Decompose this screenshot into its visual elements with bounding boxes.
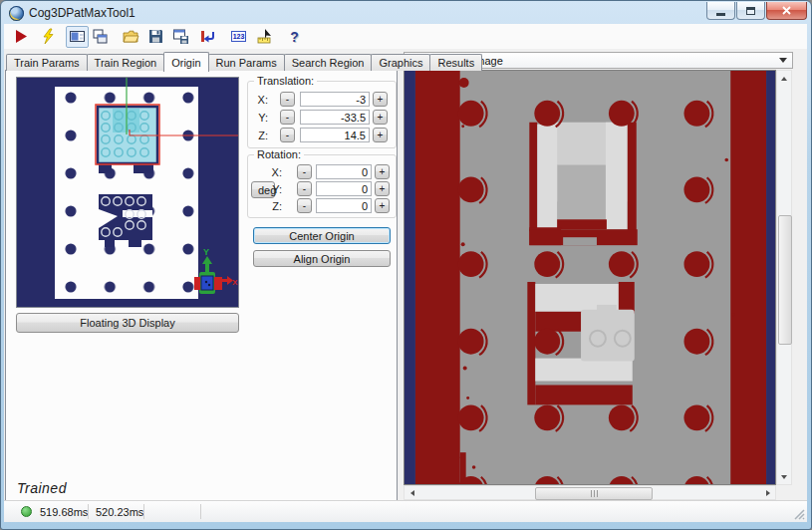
tab-search-region[interactable]: Search Region — [284, 54, 373, 71]
horizontal-scroll-thumb[interactable] — [535, 487, 653, 500]
rotation-y-row: Y: - + — [248, 181, 396, 197]
align-origin-button[interactable]: Align Origin — [253, 250, 391, 267]
rotation-x-label: X: — [268, 166, 282, 178]
vertical-scroll-thumb[interactable] — [778, 215, 792, 345]
scroll-down-button[interactable] — [777, 469, 791, 484]
translation-z-input[interactable] — [300, 128, 370, 142]
help-button[interactable]: ? — [283, 26, 306, 48]
rotation-x-plus-button[interactable]: + — [375, 164, 390, 179]
open-file-button[interactable] — [120, 26, 142, 48]
minimize-button[interactable] — [706, 2, 735, 20]
minimize-icon — [716, 13, 725, 16]
rotation-x-minus-button[interactable]: - — [297, 164, 312, 179]
save-button[interactable] — [144, 26, 167, 48]
title-bar[interactable]: Cog3DPatMaxTool1 — [5, 2, 807, 24]
tab-train-region[interactable]: Train Region — [87, 54, 165, 71]
floating-3d-display-button[interactable]: Floating 3D Display — [16, 313, 239, 333]
tab-train-params[interactable]: Train Params — [6, 54, 88, 71]
vertical-scrollbar[interactable] — [776, 70, 792, 485]
app-window: Cog3DPatMaxTool1 — [0, 0, 812, 530]
rotation-y-minus-button[interactable]: - — [297, 181, 312, 196]
3d-display[interactable]: Y X — [16, 77, 239, 308]
arrow-right-icon — [766, 490, 770, 496]
translation-x-input[interactable] — [300, 92, 370, 107]
rotation-z-input[interactable] — [316, 198, 372, 213]
tab-results[interactable]: Results — [429, 54, 482, 71]
translation-y-plus-button[interactable]: + — [373, 110, 388, 125]
reset-button[interactable] — [196, 26, 219, 48]
resize-grip[interactable] — [793, 508, 805, 520]
translation-y-minus-button[interactable]: - — [280, 110, 295, 125]
tool-display-button[interactable] — [66, 26, 89, 48]
origin-tab-page: Y X Floating 3D Display — [5, 70, 398, 502]
rotation-x-input[interactable] — [316, 164, 372, 179]
tab-graphics[interactable]: Graphics — [371, 54, 430, 71]
translation-z-label: Z: — [254, 130, 268, 141]
open-file-icon — [123, 28, 139, 45]
tab-origin[interactable]: Origin — [163, 52, 208, 72]
measure-button[interactable] — [254, 26, 277, 48]
close-button[interactable] — [766, 2, 807, 20]
image-display-panel: Current.InputImage — [404, 52, 793, 501]
run-time: 520.23ms — [96, 506, 143, 518]
translation-z-minus-button[interactable]: - — [280, 128, 295, 142]
help-icon: ? — [290, 29, 299, 45]
rotation-x-row: X: - + — [248, 164, 396, 180]
close-icon — [781, 5, 792, 16]
trained-region — [96, 105, 159, 173]
translation-x-plus-button[interactable]: + — [373, 92, 388, 107]
arrow-down-icon — [781, 475, 787, 479]
translation-label: Translation: — [254, 75, 317, 87]
statusbar-separator — [143, 504, 144, 519]
rotation-y-input[interactable] — [316, 181, 372, 196]
translation-y-input[interactable] — [300, 110, 370, 125]
main-content: Train Params Train Region Origin Run Par… — [4, 49, 807, 501]
statusbar-separator — [200, 504, 201, 519]
rotation-z-minus-button[interactable]: - — [297, 198, 312, 213]
horizontal-scrollbar[interactable] — [404, 485, 776, 500]
save-image-icon — [172, 28, 189, 45]
axis-x-label: X — [232, 278, 238, 287]
numbers-icon: 123 — [231, 31, 247, 42]
axis-y-label: Y — [203, 247, 209, 257]
rotation-z-plus-button[interactable]: + — [375, 198, 390, 213]
scroll-left-button[interactable] — [405, 486, 419, 499]
electric-run-button[interactable] — [37, 26, 60, 48]
scroll-up-button[interactable] — [777, 71, 791, 86]
copy-tool-icon — [92, 28, 109, 45]
translation-z-row: Z: - + — [248, 128, 396, 143]
statusbar-separator — [88, 504, 89, 519]
reset-icon — [199, 28, 216, 45]
rotation-label: Rotation: — [254, 148, 304, 160]
rotation-y-plus-button[interactable]: + — [375, 181, 390, 196]
window-controls — [705, 2, 807, 20]
trained-status-text: Trained — [17, 480, 67, 496]
translation-group: Translation: X: - + Y: - + Z: - — [247, 81, 397, 148]
app-icon — [9, 6, 24, 21]
translation-x-label: X: — [254, 94, 268, 106]
part-top — [529, 123, 637, 245]
copy-tool-button[interactable] — [89, 26, 112, 48]
translation-x-minus-button[interactable]: - — [280, 92, 295, 107]
translation-y-row: Y: - + — [248, 110, 396, 126]
maximize-button[interactable] — [736, 2, 765, 20]
translation-z-plus-button[interactable]: + — [373, 128, 388, 142]
tab-strip: Train Params Train Region Origin Run Par… — [6, 51, 481, 71]
save-image-button[interactable] — [169, 26, 192, 48]
translation-x-row: X: - + — [248, 92, 396, 108]
run-button[interactable] — [10, 26, 33, 48]
maximize-icon — [746, 7, 755, 15]
rotation-z-label: Z: — [268, 200, 282, 212]
rotation-group: Rotation: deg X: - + Y: - + Z: - — [247, 154, 397, 218]
toolbar: 123 ? — [4, 24, 807, 50]
scroll-right-button[interactable] — [760, 486, 775, 499]
status-ok-icon — [21, 506, 32, 517]
acquire-time: 519.68ms — [40, 506, 88, 518]
dropdown-arrow-icon — [779, 58, 787, 63]
center-origin-button[interactable]: Center Origin — [253, 227, 391, 244]
tool-display-icon — [69, 28, 86, 45]
tab-run-params[interactable]: Run Params — [208, 54, 285, 71]
numeric-display-button[interactable]: 123 — [227, 26, 250, 48]
input-image-view[interactable] — [404, 70, 776, 485]
measure-icon — [257, 28, 274, 45]
